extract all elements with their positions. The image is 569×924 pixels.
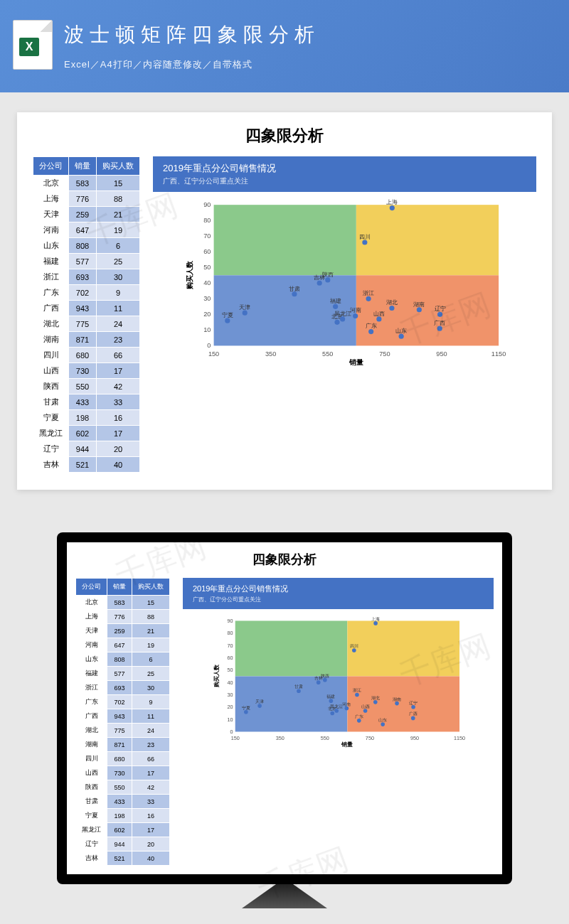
table-header-row: 分公司 销量 购买人数	[33, 157, 140, 176]
svg-point-28	[353, 313, 358, 318]
table-row: 黑龙江60217	[33, 426, 140, 441]
svg-text:1150: 1150	[454, 735, 465, 741]
table-row: 山东8086	[33, 238, 140, 254]
svg-text:0: 0	[207, 342, 211, 349]
svg-text:山东: 山东	[378, 717, 387, 722]
excel-file-icon	[13, 20, 53, 70]
svg-text:90: 90	[227, 618, 233, 624]
col-branch: 分公司	[33, 157, 69, 176]
table-row: 天津25921	[76, 624, 170, 638]
table-row: 湖北77524	[76, 724, 170, 738]
svg-text:广西: 广西	[434, 320, 445, 326]
svg-text:20: 20	[203, 311, 211, 318]
svg-text:上海: 上海	[371, 616, 380, 621]
table-row: 湖南87123	[76, 738, 170, 752]
svg-text:甘肃: 甘肃	[294, 684, 303, 689]
svg-text:550: 550	[322, 350, 333, 358]
svg-point-50	[292, 291, 297, 296]
svg-text:福建: 福建	[326, 694, 335, 699]
svg-point-90	[381, 722, 385, 726]
table-row: 山西73017	[33, 363, 140, 379]
svg-text:950: 950	[436, 350, 447, 358]
svg-point-22	[334, 320, 339, 325]
svg-text:30: 30	[227, 692, 233, 698]
svg-text:40: 40	[203, 279, 211, 286]
svg-text:黑龙江: 黑龙江	[330, 704, 343, 709]
table-row: 宁夏19816	[76, 809, 170, 823]
svg-point-58	[317, 281, 322, 286]
svg-point-96	[357, 719, 361, 723]
table-row: 河南64719	[33, 222, 140, 238]
chart-subtitle: 广西、辽宁分公司重点关注	[163, 176, 526, 186]
svg-text:950: 950	[410, 735, 419, 741]
svg-text:辽宁: 辽宁	[435, 306, 446, 312]
svg-rect-60	[235, 621, 348, 676]
table-row: 黑龙江60217	[76, 823, 170, 837]
svg-text:山东: 山东	[395, 328, 407, 334]
svg-point-24	[390, 205, 395, 210]
svg-text:550: 550	[321, 735, 329, 741]
svg-text:浙江: 浙江	[353, 687, 361, 692]
svg-point-94	[355, 693, 359, 697]
monitor-card-title: 四象限分析	[75, 551, 494, 568]
svg-text:80: 80	[203, 217, 211, 224]
preview-card: 四象限分析 分公司 销量 购买人数 北京58315上海77688天津25921河…	[17, 112, 552, 490]
table-row: 广东7029	[76, 695, 170, 709]
svg-text:河南: 河南	[350, 307, 361, 313]
table-row: 四川68066	[76, 752, 170, 766]
svg-text:广东: 广东	[355, 714, 363, 719]
monitor-scatter-plot: 01020304050607080901503505507509501150销量…	[183, 609, 494, 751]
table-row: 山东8086	[76, 652, 170, 667]
table-row: 浙江69330	[76, 681, 170, 695]
table-row: 四川68066	[33, 348, 140, 363]
svg-text:吉林: 吉林	[314, 675, 323, 680]
svg-point-92	[329, 699, 334, 703]
svg-point-114	[334, 709, 339, 713]
svg-text:70: 70	[227, 643, 233, 649]
svg-point-100	[373, 700, 378, 704]
svg-text:20: 20	[227, 704, 233, 710]
svg-text:宁夏: 宁夏	[242, 705, 250, 710]
svg-text:50: 50	[203, 264, 211, 271]
svg-text:750: 750	[366, 735, 374, 741]
chart-title: 2019年重点分公司销售情况	[163, 162, 526, 175]
svg-point-110	[297, 689, 301, 693]
svg-point-56	[437, 312, 442, 317]
table-row: 广西94311	[76, 709, 170, 724]
svg-point-108	[323, 678, 327, 682]
svg-text:150: 150	[208, 350, 219, 358]
svg-point-26	[243, 311, 248, 316]
svg-text:浙江: 浙江	[363, 290, 374, 296]
data-table: 分公司 销量 购买人数 北京58315上海77688天津25921河南64719…	[33, 156, 140, 473]
svg-text:10: 10	[203, 326, 211, 333]
svg-point-84	[373, 621, 378, 625]
svg-text:90: 90	[203, 201, 211, 208]
table-row: 福建57725	[33, 254, 140, 269]
svg-text:四川: 四川	[350, 643, 358, 648]
svg-text:甘肃: 甘肃	[289, 286, 300, 292]
svg-point-38	[437, 326, 442, 331]
table-body: 北京58315上海77688天津25921河南64719山东8086福建5772…	[33, 176, 140, 473]
svg-text:山西: 山西	[373, 311, 385, 317]
table-row: 福建57725	[76, 667, 170, 681]
svg-text:吉林: 吉林	[314, 274, 325, 281]
svg-point-40	[389, 306, 394, 311]
table-row: 广西94311	[33, 301, 140, 316]
svg-point-30	[399, 334, 404, 339]
table-row: 山西73017	[76, 766, 170, 780]
table-row: 湖南87123	[33, 332, 140, 348]
card-title: 四象限分析	[33, 125, 536, 146]
svg-text:60: 60	[203, 248, 211, 255]
svg-text:50: 50	[227, 667, 233, 673]
svg-point-46	[376, 316, 381, 321]
svg-text:购买人数: 购买人数	[213, 664, 220, 688]
col-buyers: 购买人数	[97, 157, 140, 176]
svg-text:四川: 四川	[359, 234, 371, 240]
svg-text:10: 10	[227, 716, 233, 723]
svg-point-82	[330, 711, 334, 716]
svg-point-116	[411, 705, 415, 709]
svg-point-36	[368, 329, 373, 334]
svg-point-98	[411, 716, 415, 721]
svg-text:辽宁: 辽宁	[409, 700, 418, 705]
svg-rect-61	[347, 621, 459, 676]
